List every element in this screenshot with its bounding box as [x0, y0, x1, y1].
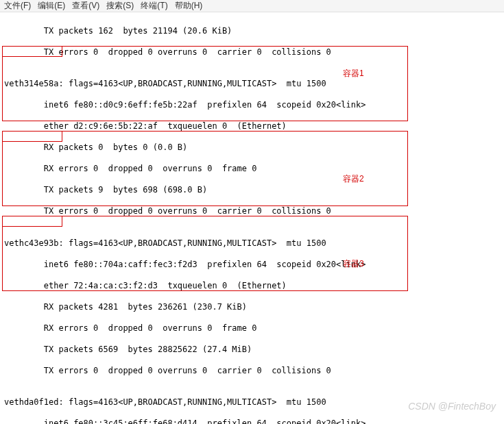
output-line: veth314e58a: flags=4163<UP,BROADCAST,RUN…	[4, 79, 500, 90]
menu-file[interactable]: 文件(F)	[4, 0, 31, 12]
menubar: 文件(F) 编辑(E) 查看(V) 搜索(S) 终端(T) 帮助(H)	[0, 0, 504, 12]
output-line: TX packets 6569 bytes 28825622 (27.4 MiB…	[4, 345, 500, 356]
output-line: RX errors 0 dropped 0 overruns 0 frame 0	[4, 323, 500, 334]
annotation-ifname-box-3	[2, 216, 62, 227]
output-line: TX errors 0 dropped 0 overruns 0 carrier…	[4, 47, 500, 58]
output-line: inet6 fe80::3c45:e6ff:fe68:d414 prefixle…	[4, 419, 500, 424]
annotation-label-2: 容器2	[343, 174, 364, 185]
menu-view[interactable]: 查看(V)	[72, 0, 99, 12]
output-line: ether d2:c9:6e:5b:22:af txqueuelen 0 (Et…	[4, 121, 500, 132]
annotation-label-1: 容器1	[343, 68, 364, 79]
annotation-label-3: 容器3	[343, 259, 364, 270]
output-line: inet6 fe80::d0c9:6eff:fe5b:22af prefixle…	[4, 100, 500, 111]
output-line: TX errors 0 dropped 0 overruns 0 carrier…	[4, 206, 500, 217]
menu-edit[interactable]: 编辑(E)	[38, 0, 65, 12]
output-line: RX packets 0 bytes 0 (0.0 B)	[4, 142, 500, 153]
output-line: vethc43e93b: flags=4163<UP,BROADCAST,RUN…	[4, 238, 500, 249]
output-line: RX packets 4281 bytes 236261 (230.7 KiB)	[4, 302, 500, 313]
menu-search[interactable]: 搜索(S)	[106, 0, 134, 12]
menu-help[interactable]: 帮助(H)	[175, 0, 203, 12]
output-line: vethda0f1ed: flags=4163<UP,BROADCAST,RUN…	[4, 397, 500, 408]
output-line: TX packets 9 bytes 698 (698.0 B)	[4, 185, 500, 196]
terminal-output[interactable]: TX packets 162 bytes 21194 (20.6 KiB) TX…	[0, 12, 504, 424]
output-line: inet6 fe80::704a:caff:fec3:f2d3 prefixle…	[4, 260, 500, 271]
menu-terminal[interactable]: 终端(T)	[141, 0, 167, 12]
output-line: TX packets 162 bytes 21194 (20.6 KiB)	[4, 26, 500, 37]
output-line: RX errors 0 dropped 0 overruns 0 frame 0	[4, 164, 500, 175]
output-line: TX errors 0 dropped 0 overruns 0 carrier…	[4, 366, 500, 377]
output-line: ether 72:4a:ca:c3:f2:d3 txqueuelen 0 (Et…	[4, 281, 500, 292]
annotation-ifname-box-2	[2, 131, 62, 142]
annotation-box-3	[2, 216, 408, 291]
